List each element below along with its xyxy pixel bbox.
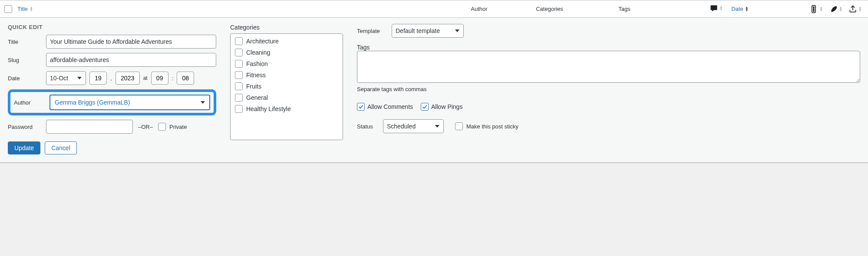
title-label: Title <box>8 39 43 45</box>
category-item[interactable]: Cleaning <box>235 49 338 56</box>
column-title-label: Title <box>17 6 28 12</box>
update-button[interactable]: Update <box>8 141 40 154</box>
at-label: at <box>143 75 148 81</box>
column-date-label: Date <box>731 6 743 12</box>
allow-pings-checkbox[interactable] <box>421 103 429 111</box>
status-label: Status <box>357 123 380 130</box>
comment-icon <box>710 4 718 13</box>
slug-input[interactable] <box>46 53 216 67</box>
category-item[interactable]: Healthy Lifestyle <box>235 105 338 113</box>
sort-indicator-icon: ▲▼ <box>839 7 842 12</box>
date-label: Date <box>8 75 43 82</box>
category-label: Healthy Lifestyle <box>246 105 291 112</box>
svg-point-3 <box>813 10 815 11</box>
quick-edit-heading: QUICK EDIT <box>8 24 216 30</box>
category-item[interactable]: Architecture <box>235 37 338 45</box>
column-header-author: Author <box>471 6 536 12</box>
column-header-links[interactable]: ▲▼ <box>848 5 862 13</box>
table-header-row: Title ▲▼ Author Categories Tags ▲▼ Date … <box>0 0 868 18</box>
svg-point-2 <box>813 8 815 10</box>
column-header-traffic-light[interactable]: ▲▼ <box>809 5 823 13</box>
tags-label: Tags <box>357 44 860 51</box>
template-label: Template <box>357 28 388 34</box>
sort-indicator-icon: ▲▼ <box>858 7 862 12</box>
column-header-categories: Categories <box>536 6 618 12</box>
sticky-checkbox[interactable] <box>455 122 463 130</box>
sort-indicator-icon: ▲▼ <box>745 7 749 12</box>
column-header-title[interactable]: Title ▲▼ <box>17 6 33 12</box>
quick-edit-panel: QUICK EDIT Title Slug Date 10-Oct , <box>0 18 868 163</box>
category-label: Fitness <box>246 72 266 79</box>
category-checkbox[interactable] <box>235 105 243 113</box>
comma-separator: , <box>110 75 112 82</box>
allow-pings-option[interactable]: Allow Pings <box>421 103 462 111</box>
category-label: Architecture <box>246 38 279 45</box>
select-all-checkbox[interactable] <box>4 5 12 13</box>
private-checkbox[interactable] <box>158 123 166 131</box>
template-select[interactable]: Default template <box>392 24 464 38</box>
category-item[interactable]: Fruits <box>235 82 338 90</box>
status-select[interactable]: Scheduled <box>383 119 444 133</box>
outgoing-links-icon <box>848 5 857 13</box>
feather-icon <box>829 5 838 13</box>
author-label: Author <box>14 99 44 106</box>
password-input[interactable] <box>46 120 133 134</box>
category-checkbox[interactable] <box>235 49 243 56</box>
sort-indicator-icon: ▲▼ <box>30 7 33 12</box>
category-item[interactable]: Fitness <box>235 71 338 79</box>
day-input[interactable] <box>89 72 107 85</box>
category-label: Cleaning <box>246 49 270 56</box>
private-label: Private <box>169 124 187 130</box>
column-header-comments[interactable]: ▲▼ <box>710 4 723 13</box>
check-icon <box>422 104 428 110</box>
allow-comments-option[interactable]: Allow Comments <box>357 103 413 111</box>
allow-pings-label: Allow Pings <box>431 103 462 110</box>
month-select[interactable]: 10-Oct <box>46 71 86 85</box>
column-header-date[interactable]: Date ▲▼ <box>731 6 748 12</box>
category-label: General <box>246 94 268 101</box>
category-item[interactable]: Fashion <box>235 60 338 68</box>
tags-hint: Separate tags with commas <box>357 86 860 92</box>
colon-separator: : <box>172 75 174 82</box>
category-label: Fashion <box>246 60 268 67</box>
category-checkbox[interactable] <box>235 82 243 90</box>
year-input[interactable] <box>116 72 140 85</box>
category-label: Fruits <box>246 83 261 90</box>
allow-comments-label: Allow Comments <box>367 103 413 110</box>
categories-label: Categories <box>230 24 343 31</box>
allow-comments-checkbox[interactable] <box>357 103 365 111</box>
password-label: Password <box>8 124 43 130</box>
author-select[interactable]: Gemma Briggs (GemmaLB) <box>50 95 210 110</box>
tags-textarea[interactable] <box>357 51 860 83</box>
category-checkbox[interactable] <box>235 94 243 102</box>
traffic-light-icon <box>809 5 818 13</box>
category-checkbox[interactable] <box>235 60 243 68</box>
slug-label: Slug <box>8 57 43 63</box>
hour-input[interactable] <box>151 72 168 85</box>
category-item[interactable]: General <box>235 94 338 102</box>
category-checkbox[interactable] <box>235 71 243 79</box>
minute-input[interactable] <box>177 72 194 85</box>
sort-indicator-icon: ▲▼ <box>819 7 823 12</box>
column-header-feather[interactable]: ▲▼ <box>829 5 842 13</box>
or-label: –OR– <box>138 124 153 130</box>
author-highlight-box: Author Gemma Briggs (GemmaLB) <box>8 89 216 115</box>
sticky-label: Make this post sticky <box>466 123 518 130</box>
category-checkbox[interactable] <box>235 37 243 45</box>
column-header-tags: Tags <box>618 6 701 12</box>
title-input[interactable] <box>46 35 216 49</box>
categories-list[interactable]: Architecture Cleaning Fashion Fitness Fr… <box>230 33 343 140</box>
check-icon <box>358 104 364 110</box>
sort-indicator-icon: ▲▼ <box>719 6 723 11</box>
svg-point-1 <box>813 7 815 8</box>
cancel-button[interactable]: Cancel <box>45 141 77 154</box>
